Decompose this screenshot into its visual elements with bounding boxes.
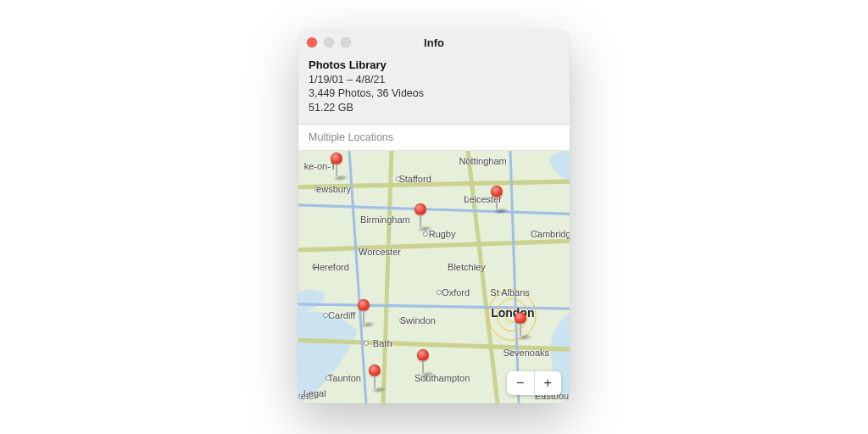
pin-head-icon [415,203,426,215]
media-counts: 3,449 Photos, 36 Videos [309,86,559,101]
library-size: 51.22 GB [309,101,559,115]
zoom-icon[interactable] [341,37,351,47]
city-label: London [491,306,534,320]
zoom-in-button[interactable]: + [535,371,562,395]
city-label: Cambridge [531,229,570,239]
pin-shadow-icon [491,208,510,214]
city-label: St Albans [490,287,529,298]
city-label: Bletchley [448,262,486,272]
minimize-icon[interactable] [324,37,334,47]
zoom-out-button[interactable]: − [507,371,535,395]
map-pin[interactable] [491,186,503,209]
pin-head-icon [358,299,370,311]
date-range: 1/19/01 – 4/8/21 [309,73,559,87]
map-pin[interactable] [415,203,426,227]
library-title: Photos Library [309,58,559,73]
city-label: Swindon [400,315,436,326]
city-label: Sevenoaks [504,348,549,358]
library-summary: Photos Library 1/19/01 – 4/8/21 3,449 Ph… [298,54,570,125]
map-pin[interactable] [417,349,429,373]
city-label: Rugby [429,229,456,239]
pin-head-icon [515,312,526,324]
titlebar[interactable]: Info [298,31,570,54]
pin-head-icon [369,364,381,376]
city-label: Nottingham [459,156,506,166]
map-pin[interactable] [331,153,342,176]
map-view[interactable]: Nottinghamke-on-TStaffordewsburyLeiceste… [298,151,570,403]
city-label: Legal [303,388,326,398]
zoom-control: − + [507,371,561,395]
traffic-lights [298,37,351,47]
pin-head-icon [491,186,503,198]
city-label: Oxford [442,287,470,298]
pin-head-icon [417,349,429,361]
city-label: Taunton [328,373,361,383]
map-pin[interactable] [358,299,370,323]
city-dot-icon [423,231,428,236]
pin-head-icon [331,153,342,164]
info-window: Info Photos Library 1/19/01 – 4/8/21 3,4… [298,31,570,403]
city-label: Birmingham [360,214,410,225]
city-label: Worcester [359,247,401,257]
city-label: Cardiff [328,310,355,320]
map-pin[interactable] [515,312,526,336]
city-label: Bath [373,338,392,348]
city-label: Stafford [398,174,431,184]
close-icon[interactable] [307,37,317,47]
location-header: Multiple Locations [298,125,570,151]
city-dot-icon [364,341,369,346]
city-label: ewsbury [316,184,351,194]
map-pin[interactable] [369,364,381,388]
city-label: Hereford [313,262,349,272]
